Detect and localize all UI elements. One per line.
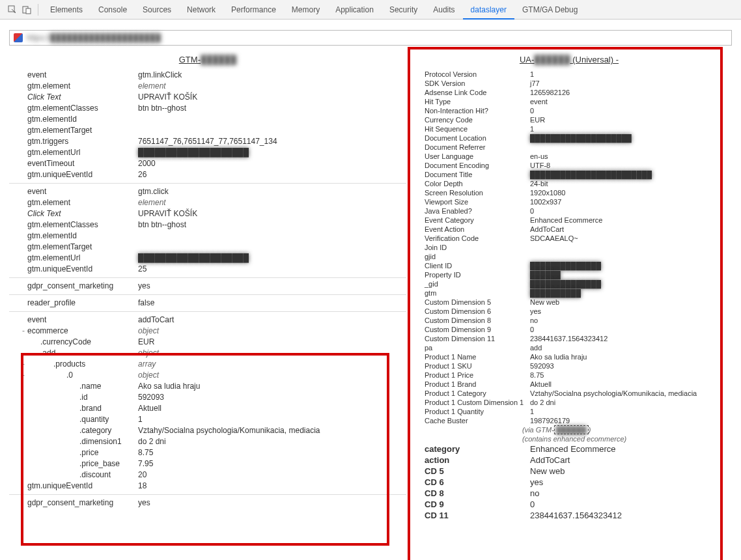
summary-value: 0 [530,499,725,510]
kv-row: -ecommerceobject [9,326,406,337]
kv-key: event [27,70,138,81]
separator [9,494,406,495]
kv-value: 1 [530,407,725,416]
kv-key: _gid [421,279,530,288]
tab-application[interactable]: Application [328,0,382,20]
kv-row: gtm.elementTarget [9,125,406,136]
kv-row: gtm.elementId [9,114,406,125]
tab-elements[interactable]: Elements [42,0,91,20]
kv-value: New web [530,298,725,307]
kv-row: Product 1 Custom Dimension 1do 2 dni [413,398,725,407]
tab-console[interactable]: Console [91,0,135,20]
kv-value: ██████ [530,270,725,279]
kv-row: Event CategoryEnhanced Ecommerce [413,216,725,225]
expand-toggle[interactable]: - [20,359,27,370]
kv-row: Product 1 SKU592093 [413,361,725,371]
inspect-icon[interactable] [5,3,20,17]
kv-row: Non-Interaction Hit?0 [413,106,725,115]
kv-key: .add [27,348,138,359]
kv-row: Custom Dimension 5New web [413,298,725,307]
kv-row: Viewport Size1002x937 [413,197,725,206]
kv-row: Click TextUPRAVIŤ KOŠÍK [9,92,406,103]
kv-key: Protocol Version [421,70,530,79]
kv-key: Event Action [421,225,530,234]
kv-key: .brand [27,403,138,414]
tab-audits[interactable]: Audits [425,0,462,20]
kv-value: ████████████████████ [138,147,406,158]
kv-value: yes [530,307,725,316]
kv-row: Custom Dimension 6yes [413,307,725,316]
kv-value: event [530,97,725,106]
kv-row: gtm.elementelement [9,197,406,208]
kv-value: 1 [530,124,725,133]
kv-row: Custom Dimension 11238441637.1564323412 [413,334,725,343]
kv-value: EUR [138,337,406,348]
summary-row: CD 8no [413,488,725,499]
tab-security[interactable]: Security [382,0,425,20]
kv-key: Custom Dimension 6 [421,307,530,316]
kv-value: ██████████████ [530,261,725,270]
kv-key: .currencyCode [27,337,138,348]
kv-row: Join ID [413,243,725,252]
kv-key: .quantity [27,414,138,425]
url-bar[interactable]: https://████████████████████ [9,30,732,46]
kv-row: Document Title████████████████████████ [413,170,725,179]
kv-row: Product 1 Price8.75 [413,371,725,380]
kv-value: AddToCart [530,225,725,234]
kv-value: gtm.linkClick [138,70,406,81]
kv-value: btn btn--ghost [138,219,406,231]
kv-row: Document Referrer [413,143,725,152]
kv-key: Document Title [421,170,530,179]
kv-key: .0 [27,370,138,381]
tab-sources[interactable]: Sources [135,0,179,20]
kv-value: Aktuell [530,380,725,389]
kv-row: Document EncodingUTF-8 [413,161,725,170]
kv-key: pa [421,343,530,352]
kv-value: 1265982126 [530,88,725,97]
tab-dataslayer[interactable]: dataslayer [463,0,514,20]
kv-key: .id [27,392,138,403]
kv-row: _gid██████████████ [413,279,725,288]
kv-key: Verification Code [421,234,530,243]
kv-row: gtm.elementUrl████████████████████ [9,147,406,158]
kv-value: en-us [530,152,725,161]
kv-value: 1 [138,414,406,425]
kv-key: Hit Sequence [421,124,530,133]
expand-toggle[interactable]: - [20,370,27,381]
kv-row: Property ID██████ [413,270,725,279]
expand-toggle[interactable]: - [20,326,27,337]
kv-key: gtm.elementClasses [27,103,138,114]
kv-row: .brandAktuell [9,403,406,414]
device-toggle-icon[interactable] [20,3,34,17]
kv-key: Product 1 Brand [421,380,530,389]
summary-row: CD 5New web [413,466,725,477]
gtm-container-heading[interactable]: GTM-██████ GTM-██████ [9,52,406,67]
kv-value: UPRAVIŤ KOŠÍK [138,208,406,219]
tab-network[interactable]: Network [179,0,223,20]
kv-key: Document Location [421,133,530,143]
kv-value: false [138,298,406,309]
datalayer-pane: GTM-██████ GTM-██████ eventgtm.linkClick… [9,52,406,560]
tab-performance[interactable]: Performance [223,0,284,20]
kv-row: eventgtm.linkClick [9,70,406,81]
kv-row: gdpr_consent_marketingyes [9,497,406,509]
tab-memory[interactable]: Memory [284,0,328,20]
tab-gtm-ga-debug[interactable]: GTM/GA Debug [514,0,585,20]
kv-row: .quantity1 [9,414,406,425]
kv-key: gtm.elementId [27,231,138,242]
kv-value: do 2 dni [138,436,406,447]
kv-key: Hit Type [421,97,530,106]
kv-key: gtm.elementTarget [27,125,138,136]
expand-toggle[interactable]: - [20,348,27,359]
summary-value: Enhanced Ecommerce [530,443,725,455]
contains-ee-row: (contains enhanced ecommerce) [413,434,725,443]
kv-key: ecommerce [27,326,138,337]
kv-value: 8.75 [138,447,406,458]
kv-key: gtm.elementId [27,114,138,125]
via-gtm-row: (via GTM-██████) [413,425,725,434]
kv-value: object [138,326,406,337]
kv-value: 25 [138,264,406,275]
kv-row: Event ActionAddToCart [413,225,725,234]
kv-row: eventaddToCart [9,315,406,326]
ua-tracker-heading[interactable]: UA-██████ (Universal) - [413,52,725,67]
